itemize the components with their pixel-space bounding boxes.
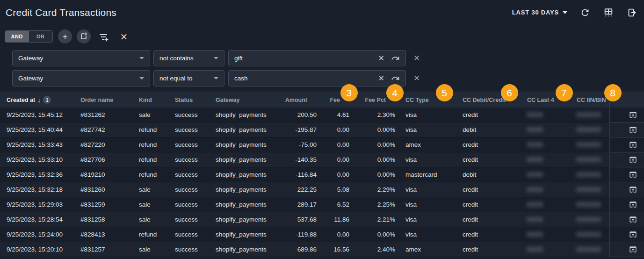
annotation-badge-7: 7 bbox=[556, 84, 573, 101]
filter-field-select[interactable]: Gateway bbox=[12, 50, 150, 66]
column-header-amount[interactable]: Amount bbox=[276, 92, 320, 108]
table-grid-icon bbox=[603, 7, 614, 18]
filter-row: Gateway not equal to cash ✕ ✕ bbox=[12, 70, 420, 86]
chevron-down-icon bbox=[563, 11, 567, 14]
filter-operator-select[interactable]: not contains bbox=[153, 50, 224, 66]
cell-cc_debit_credit: debit bbox=[456, 167, 521, 182]
cell-fee: 0.00 bbox=[320, 167, 353, 182]
add-filter-button[interactable]: + bbox=[58, 29, 72, 43]
cell-cc_last4: 0000 bbox=[521, 152, 570, 167]
cell-order_name: #827706 bbox=[74, 152, 132, 167]
cc_iin_bin-redacted-value: 000000 bbox=[577, 231, 601, 238]
cell-created_at: 9/25/2023, 15:24:00 bbox=[0, 227, 74, 242]
open-record-button[interactable] bbox=[629, 155, 637, 164]
cc_iin_bin-redacted-value: 000000 bbox=[577, 126, 601, 133]
cell-cc_type: visa bbox=[399, 227, 456, 242]
cell-cc_type: mastercard bbox=[399, 167, 456, 182]
filter-value-input[interactable]: gift ✕ bbox=[228, 50, 406, 66]
cc_iin_bin-redacted-value: 000000 bbox=[577, 201, 601, 208]
logic-and-button[interactable]: AND bbox=[5, 31, 29, 42]
plus-icon: + bbox=[62, 32, 67, 41]
annotation-badge-4: 4 bbox=[386, 84, 404, 101]
cell-fee: 5.08 bbox=[320, 182, 353, 197]
cell-created_at: 9/25/2023, 15:32:36 bbox=[0, 167, 74, 182]
cell-gateway: shopify_payments bbox=[209, 227, 276, 242]
open-record-button[interactable] bbox=[629, 200, 637, 209]
cell-cc_last4: 0000 bbox=[521, 242, 570, 257]
table-view-button[interactable] bbox=[603, 7, 614, 18]
column-header-label: Amount bbox=[285, 97, 307, 103]
clear-value-icon[interactable]: ✕ bbox=[378, 55, 384, 62]
open-in-window-icon bbox=[629, 170, 637, 179]
cell-status: success bbox=[168, 137, 209, 152]
filter-field-value: Gateway bbox=[18, 75, 43, 82]
cell-amount: 200.50 bbox=[276, 108, 320, 122]
cell-actions bbox=[609, 242, 644, 257]
cell-created_at: 9/25/2023, 15:45:12 bbox=[0, 108, 74, 122]
cell-amount: -75.00 bbox=[276, 137, 320, 152]
filter-value-input[interactable]: cash ✕ bbox=[228, 70, 406, 86]
column-header-gateway[interactable]: Gateway bbox=[209, 92, 276, 108]
column-header-cc_iin_bin[interactable]: CC IIN/BIN bbox=[570, 92, 609, 108]
cell-cc_iin_bin: 000000 bbox=[570, 197, 609, 212]
column-header-kind[interactable]: Kind bbox=[132, 92, 168, 108]
cc_last4-redacted-value: 0000 bbox=[527, 216, 543, 223]
cell-fee_pct: 0.00% bbox=[353, 137, 399, 152]
column-header-order_name[interactable]: Order name bbox=[74, 92, 132, 108]
refresh-button[interactable] bbox=[579, 7, 591, 18]
title-bar: Credit Card Transactions LAST 30 DAYS bbox=[0, 0, 644, 25]
clear-value-icon[interactable]: ✕ bbox=[378, 75, 384, 82]
filter-operator-select[interactable]: not equal to bbox=[153, 70, 224, 86]
redo-icon[interactable] bbox=[391, 54, 400, 63]
open-record-button[interactable] bbox=[629, 110, 637, 119]
cell-order_name: #831258 bbox=[74, 212, 132, 227]
open-record-button[interactable] bbox=[629, 230, 637, 239]
table-row: 9/25/2023, 15:40:44#827742refundsuccesss… bbox=[0, 122, 644, 137]
cell-created_at: 9/25/2023, 15:33:43 bbox=[0, 137, 74, 152]
open-record-button[interactable] bbox=[629, 140, 637, 149]
open-record-button[interactable] bbox=[629, 215, 637, 224]
table-body: 9/25/2023, 15:45:12#831262salesuccesssho… bbox=[0, 108, 644, 257]
open-record-button[interactable] bbox=[629, 245, 637, 254]
logic-or-button[interactable]: OR bbox=[29, 31, 53, 42]
cc_last4-redacted-value: 0000 bbox=[527, 156, 543, 163]
chevron-down-icon bbox=[214, 57, 218, 59]
filter-value-text: gift bbox=[234, 55, 243, 62]
cell-fee_pct: 0.00% bbox=[353, 152, 399, 167]
open-in-window-icon bbox=[629, 215, 637, 224]
table-row: 9/25/2023, 15:20:10#831257salesuccesssho… bbox=[0, 242, 644, 257]
cell-cc_type: amex bbox=[399, 242, 456, 257]
add-quick-filter-button[interactable] bbox=[97, 31, 109, 43]
cell-cc_iin_bin: 000000 bbox=[570, 242, 609, 257]
column-header-status[interactable]: Status bbox=[168, 92, 209, 108]
clear-filters-button[interactable]: ✕ bbox=[118, 31, 130, 43]
filter-add-icon bbox=[98, 31, 109, 43]
remove-filter-button[interactable]: ✕ bbox=[413, 53, 420, 63]
cell-created_at: 9/25/2023, 15:40:44 bbox=[0, 122, 74, 137]
add-filter-group-button[interactable] bbox=[77, 29, 91, 43]
cell-cc_debit_credit: credit bbox=[456, 212, 521, 227]
cell-fee_pct: 2.21% bbox=[353, 212, 399, 227]
cell-status: success bbox=[168, 108, 209, 122]
column-header-created_at[interactable]: Created at↓1 bbox=[0, 92, 74, 108]
sort-desc-icon: ↓ bbox=[37, 96, 41, 104]
cc_iin_bin-redacted-value: 000000 bbox=[577, 171, 601, 178]
cell-actions bbox=[609, 182, 644, 197]
add-group-icon bbox=[79, 32, 88, 41]
open-record-button[interactable] bbox=[629, 125, 637, 134]
cell-amount: -195.87 bbox=[276, 122, 320, 137]
cell-kind: sale bbox=[132, 182, 168, 197]
date-range-selector[interactable]: LAST 30 DAYS bbox=[512, 9, 567, 16]
open-record-button[interactable] bbox=[629, 185, 637, 194]
cell-amount: -116.84 bbox=[276, 167, 320, 182]
cell-amount: -140.35 bbox=[276, 152, 320, 167]
cell-cc_iin_bin: 000000 bbox=[570, 122, 609, 137]
remove-filter-button[interactable]: ✕ bbox=[413, 73, 420, 83]
open-record-button[interactable] bbox=[629, 170, 637, 179]
filter-field-value: Gateway bbox=[18, 55, 43, 62]
export-button[interactable] bbox=[626, 7, 637, 18]
filter-field-select[interactable]: Gateway bbox=[12, 70, 150, 86]
redo-icon[interactable] bbox=[391, 74, 400, 83]
cell-amount: 689.86 bbox=[276, 242, 320, 257]
cell-status: success bbox=[168, 182, 209, 197]
